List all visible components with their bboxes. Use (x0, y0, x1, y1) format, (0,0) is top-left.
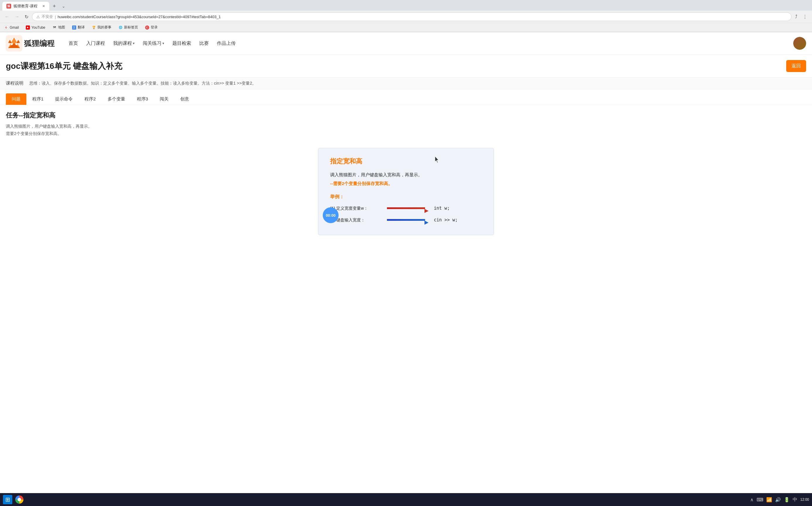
user-avatar[interactable] (793, 37, 806, 50)
nav-intro[interactable]: 入门课程 (86, 39, 106, 48)
tab-favicon: 狐 (6, 4, 11, 8)
course-title: goc课程第16单元 键盘输入补充 (6, 61, 122, 72)
tab-close-button[interactable]: ✕ (42, 4, 45, 8)
bookmark-youtube[interactable]: ▶ YouTube (25, 25, 46, 30)
nav-contest[interactable]: 比赛 (199, 39, 209, 48)
share-button[interactable]: ⤴ (793, 13, 799, 20)
slide-row-2: (2) 键盘输入宽度： ▶ cin >> w; (330, 216, 482, 224)
site-logo[interactable]: 狐狸编程 (6, 35, 55, 52)
youtube-label: YouTube (31, 25, 45, 29)
maps-label: 地图 (58, 25, 65, 30)
login-icon: C (145, 25, 149, 29)
logo-text: 狐狸编程 (24, 38, 55, 49)
reload-button[interactable]: ↻ (23, 13, 30, 21)
site-nav: 狐狸编程 首页 入门课程 我的课程 ▾ 闯关练习 ▾ 题目检索 比赛 作品上传 (0, 32, 812, 55)
slide-title: 指定宽和高 (330, 157, 482, 166)
tab-problem[interactable]: 问题 (6, 93, 26, 105)
slide-body: 调入熊猫图片，用户键盘输入宽和高，再显示。 --需要2个变量分别保存宽和高。 举… (330, 170, 482, 224)
course-title-bar: goc课程第16单元 键盘输入补充 返回 (0, 55, 812, 77)
slide-preview: 指定宽和高 调入熊猫图片，用户键盘输入宽和高，再显示。 --需要2个变量分别保存… (318, 148, 494, 235)
task-desc: 调入熊猫图片，用户键盘输入宽和高，再显示。 需要2个变量分别保存宽和高。 (6, 123, 806, 137)
menu-button[interactable]: ⋮ (801, 13, 809, 21)
nav-practice[interactable]: 闯关练习 ▾ (142, 39, 165, 48)
security-label: 不安全 (42, 14, 53, 19)
slide-row1-label: (1) 定义宽度变量w： (330, 204, 383, 212)
newtab-label: 新标签页 (124, 25, 138, 30)
youtube-icon: ▶ (26, 25, 30, 29)
task-desc-line1: 调入熊猫图片，用户键盘输入宽和高，再显示。 (6, 123, 806, 130)
slide-row2-code: cin >> w; (434, 216, 458, 224)
bookmark-race[interactable]: 🏆 我的赛事 (90, 24, 113, 30)
maps-icon: 🗺 (53, 25, 57, 29)
gmail-label: Gmail (10, 25, 19, 29)
race-label: 我的赛事 (97, 25, 112, 30)
practice-dropdown-icon: ▾ (162, 41, 164, 46)
tab-bar: 狐 狐狸教育-课程 ✕ + ⌄ (0, 0, 812, 11)
red-arrow-icon: ▶ (387, 207, 425, 209)
translate-label: 翻译 (78, 25, 85, 30)
tab-overflow-button[interactable]: ⌄ (60, 3, 68, 10)
gmail-icon: G (4, 25, 8, 29)
slide-example-title: 举例： (330, 192, 482, 201)
nav-mycourse[interactable]: 我的课程 ▾ (113, 39, 135, 48)
tab-pass[interactable]: 闯关 (154, 93, 175, 105)
blue-arrow-icon: ▶ (387, 219, 425, 221)
bookmarks-bar: G Gmail ▶ YouTube 🗺 地图 文 翻译 🏆 我的赛事 🌐 新标签… (0, 23, 812, 32)
logo-svg-icon (6, 35, 22, 52)
mycourse-dropdown-icon: ▾ (133, 41, 135, 46)
nav-upload[interactable]: 作品上传 (216, 39, 236, 48)
slide-row1-code: int w; (434, 204, 450, 213)
tab-creative[interactable]: 创意 (175, 93, 195, 105)
timer-badge[interactable]: 00:00 (323, 207, 339, 223)
course-desc-label: 课程说明 (6, 81, 23, 86)
task-section: 任务--指定宽和高 调入熊猫图片，用户键盘输入宽和高，再显示。 需要2个变量分别… (0, 105, 812, 143)
page-content: 狐狸编程 首页 入门课程 我的课程 ▾ 闯关练习 ▾ 题目检索 比赛 作品上传 … (0, 32, 812, 252)
tab-program1[interactable]: 程序1 (26, 93, 49, 105)
tab-multivars[interactable]: 多个变量 (102, 93, 131, 105)
newtab-icon: 🌐 (119, 25, 123, 29)
main-nav-links: 首页 入门课程 我的课程 ▾ 闯关练习 ▾ 题目检索 比赛 作品上传 (68, 39, 236, 48)
tab-program2[interactable]: 程序2 (79, 93, 102, 105)
url-bar[interactable]: ⚠ 不安全 | huweibc.com/studentCourse/class?… (32, 12, 792, 21)
task-desc-line2: 需要2个变量分别保存宽和高。 (6, 130, 806, 137)
active-tab[interactable]: 狐 狐狸教育-课程 ✕ (2, 2, 49, 11)
tab-program3[interactable]: 程序3 (131, 93, 154, 105)
slide-line1: 调入熊猫图片，用户键盘输入宽和高，再显示。 (330, 170, 482, 179)
bookmark-newtab[interactable]: 🌐 新标签页 (117, 24, 139, 30)
login-label: 登录 (151, 25, 158, 30)
course-desc-text: 思维：读入、保存多个数据数据。知识：定义多个变量、输入多个变量。技能：读入多给变… (29, 81, 256, 86)
back-button[interactable]: ← (3, 13, 11, 20)
slide-line2: --需要2个变量分别保存宽和高。 (330, 179, 482, 188)
race-icon: 🏆 (92, 25, 96, 29)
tab-title: 狐狸教育-课程 (13, 3, 40, 9)
bookmark-translate[interactable]: 文 翻译 (71, 24, 86, 30)
slide-row-1: (1) 定义宽度变量w： ▶ int w; (330, 204, 482, 213)
bookmark-maps[interactable]: 🗺 地图 (51, 24, 66, 30)
translate-icon: 文 (72, 25, 76, 29)
slide-preview-container: 指定宽和高 调入熊猫图片，用户键盘输入宽和高，再显示。 --需要2个变量分别保存… (0, 143, 812, 252)
nav-home[interactable]: 首页 (68, 39, 79, 48)
security-icon: ⚠ (37, 15, 40, 19)
avatar-image (793, 37, 806, 50)
bookmark-gmail[interactable]: G Gmail (3, 25, 20, 30)
tab-hint[interactable]: 提示命令 (49, 93, 79, 105)
course-description-bar: 课程说明 思维：读入、保存多个数据数据。知识：定义多个变量、输入多个变量。技能：… (0, 77, 812, 89)
nav-search[interactable]: 题目检索 (172, 39, 192, 48)
timer-label: 00:00 (326, 213, 335, 218)
forward-button[interactable]: → (13, 13, 21, 20)
browser-chrome: 狐 狐狸教育-课程 ✕ + ⌄ ← → ↻ ⚠ 不安全 | huweibc.co… (0, 0, 812, 32)
course-tabs: 问题 程序1 提示命令 程序2 多个变量 程序3 闯关 创意 (0, 89, 812, 105)
url-text: huweibc.com/studentCourse/class?groupId=… (58, 15, 221, 19)
task-title: 任务--指定宽和高 (6, 111, 806, 120)
bookmark-login[interactable]: C 登录 (144, 24, 159, 30)
new-tab-button[interactable]: + (51, 2, 58, 11)
return-button[interactable]: 返回 (786, 60, 806, 72)
address-bar: ← → ↻ ⚠ 不安全 | huweibc.com/studentCourse/… (0, 11, 812, 23)
